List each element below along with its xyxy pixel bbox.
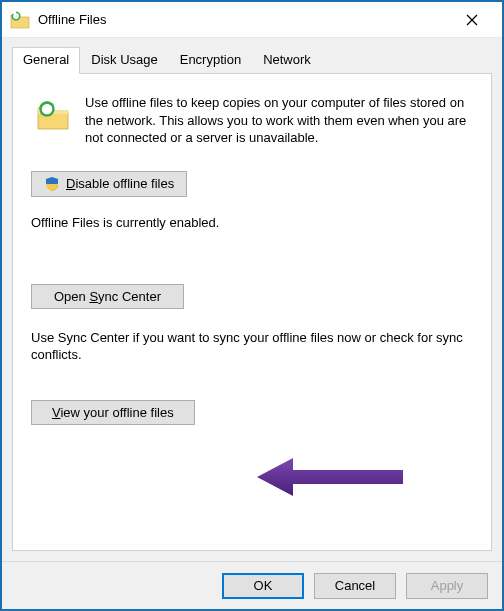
- titlebar: Offline Files: [2, 2, 502, 38]
- ok-button[interactable]: OK: [222, 573, 304, 599]
- tab-label: General: [23, 52, 69, 67]
- cancel-button[interactable]: Cancel: [314, 573, 396, 599]
- dialog-button-bar: OK Cancel Apply: [2, 561, 502, 609]
- open-sync-center-button[interactable]: Open Sync Center: [31, 284, 184, 309]
- tab-strip: General Disk Usage Encryption Network: [2, 38, 502, 73]
- apply-button: Apply: [406, 573, 488, 599]
- folder-sync-large-icon: [35, 98, 71, 134]
- button-label: Cancel: [335, 578, 375, 593]
- intro-text: Use offline files to keep copies on your…: [85, 94, 473, 147]
- intro-section: Use offline files to keep copies on your…: [31, 94, 473, 147]
- button-label: Open Sync Center: [54, 289, 161, 304]
- button-label: Disable offline files: [66, 176, 174, 191]
- tab-label: Disk Usage: [91, 52, 157, 67]
- tab-label: Encryption: [180, 52, 241, 67]
- sync-description: Use Sync Center if you want to sync your…: [31, 329, 473, 364]
- disable-offline-files-button[interactable]: Disable offline files: [31, 171, 187, 197]
- close-button[interactable]: [450, 5, 494, 35]
- close-icon: [466, 14, 478, 26]
- tab-label: Network: [263, 52, 311, 67]
- button-label: Apply: [431, 578, 464, 593]
- tab-general[interactable]: General: [12, 47, 80, 74]
- status-text: Offline Files is currently enabled.: [31, 215, 473, 230]
- annotation-arrow-icon: [253, 452, 413, 502]
- view-offline-files-button[interactable]: View your offline files: [31, 400, 195, 425]
- folder-sync-icon: [10, 10, 30, 30]
- button-label: View your offline files: [52, 405, 174, 420]
- tab-disk-usage[interactable]: Disk Usage: [80, 47, 168, 74]
- offline-files-dialog: Offline Files General Disk Usage Encrypt…: [0, 0, 504, 611]
- tab-encryption[interactable]: Encryption: [169, 47, 252, 74]
- shield-icon: [44, 176, 60, 192]
- button-label: OK: [254, 578, 273, 593]
- window-title: Offline Files: [38, 12, 450, 27]
- tab-network[interactable]: Network: [252, 47, 322, 74]
- general-panel: Use offline files to keep copies on your…: [12, 73, 492, 551]
